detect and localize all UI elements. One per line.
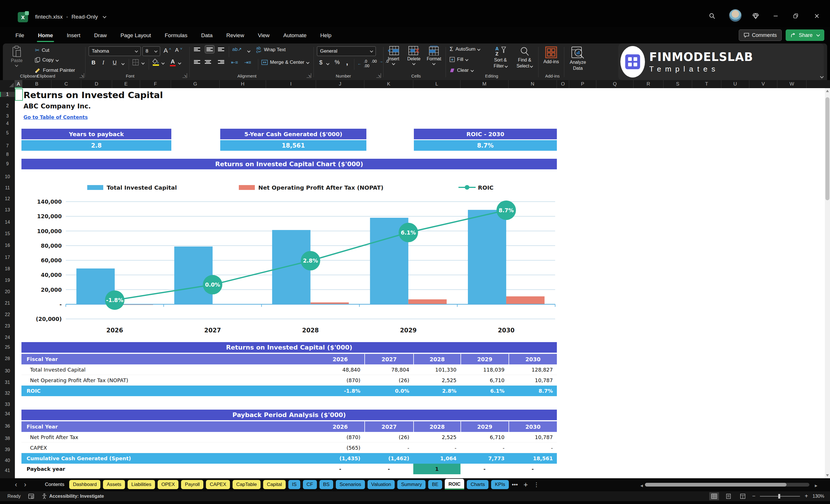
row-header-9[interactable]: 9 xyxy=(0,161,15,166)
font-name-combo[interactable]: Tahoma xyxy=(89,46,141,56)
align-middle-button[interactable] xyxy=(205,45,215,54)
column-header-T[interactable]: T xyxy=(692,80,721,88)
page-layout-view-button[interactable] xyxy=(724,492,733,500)
row-header-11[interactable]: 11 xyxy=(0,185,15,190)
document-title[interactable]: fintech.xlsx - Read-Only xyxy=(35,14,106,20)
column-header-H[interactable]: H xyxy=(220,80,266,88)
table-row-net-profit-after-tax[interactable]: Net Profit After Tax(870)(26)2,5256,7101… xyxy=(22,432,557,442)
format-painter-button[interactable]: Format Painter xyxy=(35,67,75,73)
column-header-C[interactable]: C xyxy=(52,80,81,88)
alignment-dialog-launcher[interactable] xyxy=(307,73,311,78)
row-header-3[interactable]: 3 xyxy=(0,114,15,119)
menu-tab-file[interactable]: File xyxy=(8,29,31,41)
column-header-N[interactable]: N xyxy=(509,80,557,88)
row-header-20[interactable]: 20 xyxy=(0,289,15,294)
column-header-P[interactable]: P xyxy=(569,80,596,88)
find-select-button[interactable]: Find & Select xyxy=(516,46,533,69)
accounting-format-button[interactable]: $ xyxy=(319,59,323,66)
row-header-2[interactable]: 2 xyxy=(0,103,15,108)
row-header-18[interactable]: 18 xyxy=(0,266,15,272)
column-header-Q[interactable]: Q xyxy=(596,80,634,88)
row-header-23[interactable]: 23 xyxy=(0,323,15,329)
sheet-nav-right-icon[interactable]: › xyxy=(21,480,30,489)
row-header-13[interactable]: 13 xyxy=(0,208,15,213)
macro-record-icon[interactable] xyxy=(28,494,34,499)
sheet-tab-charts[interactable]: Charts xyxy=(467,480,488,489)
horizontal-scrollbar[interactable] xyxy=(645,483,809,486)
sheet-tab-dashboard[interactable]: Dashboard xyxy=(69,480,100,489)
row-header-22[interactable]: 22 xyxy=(0,312,15,317)
sheet-tab-valuation[interactable]: Valuation xyxy=(368,480,395,489)
menu-tab-data[interactable]: Data xyxy=(194,29,219,41)
row-header-16[interactable]: 16 xyxy=(0,243,15,248)
font-color-button[interactable]: A xyxy=(169,58,176,66)
increase-indent-button[interactable]: ⇥≡ xyxy=(244,60,251,65)
row-header-39[interactable]: 39 xyxy=(0,447,15,452)
comma-style-button[interactable]: , xyxy=(346,58,348,67)
row-header-15[interactable]: 15 xyxy=(0,231,15,236)
menu-tab-draw[interactable]: Draw xyxy=(87,29,114,41)
clipboard-dialog-launcher[interactable] xyxy=(79,73,84,78)
table-row-net-operating-profit-after-tax-nopat-[interactable]: Net Operating Profit After Tax (NOPAT)(8… xyxy=(22,375,557,385)
avatar[interactable] xyxy=(729,9,742,22)
row-header-4[interactable]: 4 xyxy=(0,121,15,126)
decrease-font-button[interactable]: A˅ xyxy=(175,47,182,53)
scroll-up-arrow-icon[interactable] xyxy=(826,90,829,92)
row-header-19[interactable]: 19 xyxy=(0,278,15,283)
column-header-L[interactable]: L xyxy=(413,80,460,88)
gem-icon[interactable] xyxy=(750,10,761,22)
column-header-S[interactable]: S xyxy=(664,80,692,88)
clear-button[interactable]: Clear xyxy=(450,67,473,73)
cut-button[interactable]: ✂ Cut xyxy=(35,47,49,54)
column-header-E[interactable]: E xyxy=(112,80,140,88)
zoom-slider[interactable] xyxy=(760,496,800,497)
sheet-tab-roic[interactable]: ROIC xyxy=(445,479,465,490)
search-icon[interactable] xyxy=(706,10,718,22)
row-header-12[interactable]: 12 xyxy=(0,196,15,201)
hscroll-left-arrow-icon[interactable]: ◄ xyxy=(640,483,644,488)
sheet-tab-captable[interactable]: CapTable xyxy=(232,480,261,489)
zoom-out-button[interactable]: − xyxy=(752,493,756,499)
percent-style-button[interactable]: % xyxy=(334,59,340,65)
copy-button[interactable]: Copy xyxy=(35,57,58,63)
fill-color-button[interactable] xyxy=(152,58,160,66)
share-button[interactable]: Share xyxy=(786,29,824,41)
menu-tab-automate[interactable]: Automate xyxy=(276,29,313,41)
merge-center-button[interactable]: Merge & Center xyxy=(261,60,309,65)
row-header-30[interactable]: 30 xyxy=(0,369,15,374)
column-header-W[interactable]: W xyxy=(777,80,806,88)
underline-button[interactable]: U xyxy=(113,60,117,66)
borders-button[interactable] xyxy=(132,59,139,66)
decrease-decimal-button[interactable]: .00→.0 xyxy=(371,59,389,63)
row-header-33[interactable]: 33 xyxy=(0,402,15,407)
align-right-button[interactable] xyxy=(218,60,224,64)
format-cells-button[interactable]: Format xyxy=(427,46,441,65)
menu-tab-formulas[interactable]: Formulas xyxy=(158,29,194,41)
column-header-J[interactable]: J xyxy=(316,80,364,88)
number-dialog-launcher[interactable] xyxy=(376,73,381,78)
row-header-32[interactable]: 32 xyxy=(0,391,15,396)
sheet-tab-kpis[interactable]: KPIs xyxy=(491,480,509,489)
zoom-in-button[interactable]: + xyxy=(804,493,808,499)
row-header-21[interactable]: 21 xyxy=(0,301,15,306)
row-header-38[interactable]: 38 xyxy=(0,436,15,441)
table-of-contents-link[interactable]: Go to Table of Contents xyxy=(24,115,88,120)
autosum-button[interactable]: Σ AutoSum xyxy=(450,46,480,52)
menu-tab-view[interactable]: View xyxy=(251,29,277,41)
row-header-7[interactable]: 7 xyxy=(0,143,15,149)
row-header-24[interactable]: 24 xyxy=(0,335,15,340)
column-header-U[interactable]: U xyxy=(721,80,749,88)
row-header-14[interactable]: 14 xyxy=(0,220,15,225)
sheet-tab-payroll[interactable]: Payroll xyxy=(181,480,203,489)
column-header-G[interactable]: G xyxy=(171,80,220,88)
column-header-B[interactable]: B xyxy=(22,80,52,88)
sheet-tab-is[interactable]: IS xyxy=(288,480,300,489)
sheet-tab-scenarios[interactable]: Scenarios xyxy=(336,480,365,489)
align-bottom-button[interactable] xyxy=(218,47,224,52)
sheet-tab-liabilities[interactable]: Liabilities xyxy=(128,480,155,489)
selected-cell-a1[interactable] xyxy=(15,89,23,101)
select-all-corner[interactable] xyxy=(0,80,15,88)
sheet-tab-cf[interactable]: CF xyxy=(303,480,317,489)
new-sheet-button[interactable]: + xyxy=(520,480,531,489)
table-row-total-invested-capital[interactable]: Total Invested Capital48,84078,804101,33… xyxy=(22,365,557,375)
